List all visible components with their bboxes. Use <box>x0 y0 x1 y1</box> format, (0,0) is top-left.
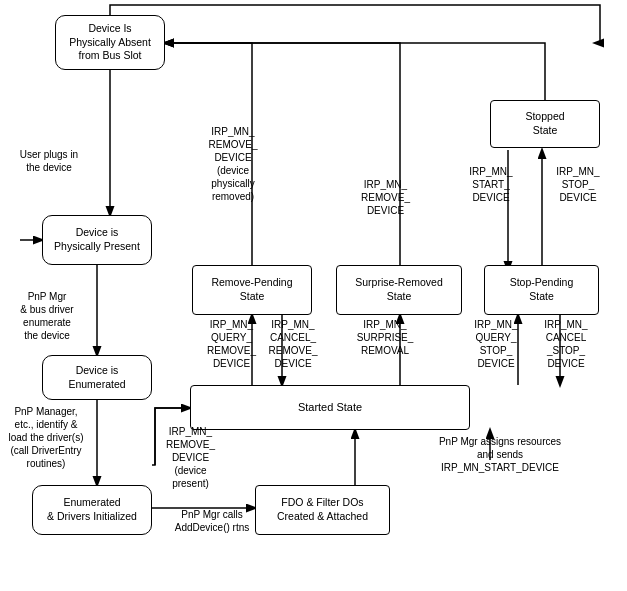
label-irp-remove-surprise: IRP_MN_REMOVE_DEVICE <box>348 178 423 217</box>
label-irp-query-stop: IRP_MN_QUERY_STOP_DEVICE <box>462 318 530 370</box>
label-irp-remove-phys: IRP_MN_REMOVE_DEVICE(devicephysicallyrem… <box>193 125 273 203</box>
box-stopped: Stopped State <box>490 100 600 148</box>
label-irp-cancel-stop: IRP_MN_CANCEL_STOP_DEVICE <box>530 318 602 370</box>
box-started: Started State <box>190 385 470 430</box>
box-drivers: Enumerated & Drivers Initialized <box>32 485 152 535</box>
label-pnp-enum: PnP Mgr& bus driverenumeratethe device <box>2 290 92 342</box>
box-stop-pending: Stop-Pending State <box>484 265 599 315</box>
label-pnp-adddevice: PnP Mgr callsAddDevice() rtns <box>162 508 262 534</box>
label-irp-cancel-remove: IRP_MN_CANCEL_REMOVE_DEVICE <box>254 318 332 370</box>
label-pnp-load: PnP Manager,etc., identify &load the dri… <box>2 405 90 470</box>
label-plug: User plugs inthe device <box>5 148 93 174</box>
box-surprise-removed: Surprise-Removed State <box>336 265 462 315</box>
box-present: Device is Physically Present <box>42 215 152 265</box>
label-irp-remove-present: IRP_MN_REMOVE_DEVICE(devicepresent) <box>153 425 228 490</box>
box-fdo: FDO & Filter DOs Created & Attached <box>255 485 390 535</box>
box-remove-pending: Remove-Pending State <box>192 265 312 315</box>
box-absent: Device Is Physically Absent from Bus Slo… <box>55 15 165 70</box>
box-enumerated: Device is Enumerated <box>42 355 152 400</box>
state-diagram: Device Is Physically Absent from Bus Slo… <box>0 0 627 591</box>
label-irp-start-device: IRP_MN_START_DEVICE <box>456 165 526 204</box>
label-irp-surprise-removal: IRP_MN_SURPRISE_REMOVAL <box>340 318 430 357</box>
label-irp-stop-device: IRP_MN_STOP_DEVICE <box>543 165 613 204</box>
label-pnp-resources: PnP Mgr assigns resourcesand sendsIRP_MN… <box>400 435 600 474</box>
